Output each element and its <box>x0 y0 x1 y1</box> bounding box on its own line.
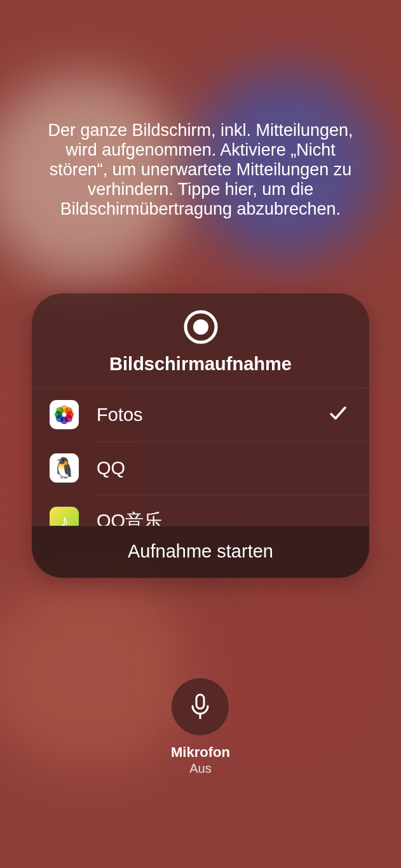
panel-title: Bildschirmaufnahme <box>109 354 292 375</box>
app-label: QQ音乐 <box>97 509 348 526</box>
svg-rect-2 <box>196 695 204 709</box>
start-recording-button[interactable]: Aufnahme starten <box>32 526 369 578</box>
photos-icon <box>50 400 79 429</box>
microphone-label: Mikrofon <box>171 744 230 761</box>
app-item-qq[interactable]: 🐧 QQ <box>32 441 369 495</box>
app-item-qq-music[interactable]: ♪ QQ音乐 <box>32 495 369 526</box>
app-label: QQ <box>97 458 348 479</box>
qq-icon: 🐧 <box>50 453 79 483</box>
app-item-fotos[interactable]: Fotos <box>32 388 369 441</box>
record-icon <box>183 309 219 345</box>
screen-recording-panel: Bildschirmaufnahme Fotos 🐧 QQ <box>32 293 369 578</box>
screen-recording-info-text[interactable]: Der ganze Bildschirm, inkl. Mitteilungen… <box>36 121 366 219</box>
microphone-state: Aus <box>189 761 211 776</box>
microphone-toggle-button[interactable] <box>172 678 229 735</box>
panel-header: Bildschirmaufnahme <box>32 293 369 388</box>
qq-music-icon: ♪ <box>50 507 79 526</box>
checkmark-icon <box>329 404 348 425</box>
app-destination-list[interactable]: Fotos 🐧 QQ ♪ QQ音乐 <box>32 388 369 526</box>
microphone-icon <box>188 693 212 721</box>
microphone-control: Mikrofon Aus <box>171 678 230 776</box>
app-label: Fotos <box>97 404 329 425</box>
svg-point-1 <box>193 319 208 335</box>
